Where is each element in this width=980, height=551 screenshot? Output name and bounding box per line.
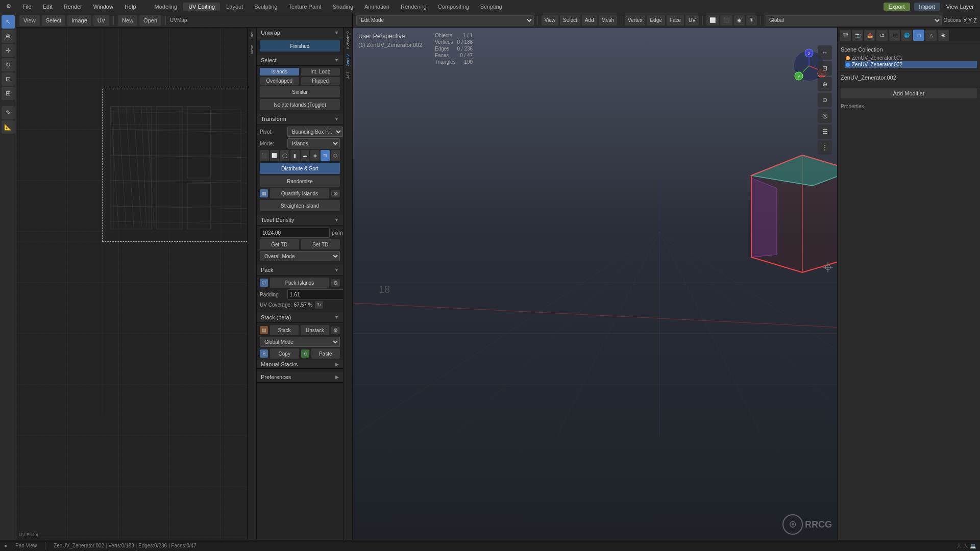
face-btn[interactable]: Face — [667, 15, 684, 26]
texel-header[interactable]: Texel Density ▼ — [257, 215, 343, 226]
annotate-tool[interactable]: ✎ — [2, 106, 15, 119]
rt-icon-3[interactable]: ⊕ — [818, 77, 832, 91]
prop-output-icon[interactable]: 📤 — [864, 30, 875, 41]
rt-icon-4[interactable]: ⊙ — [818, 93, 832, 107]
finished-btn[interactable]: Finished — [260, 40, 340, 52]
edit-mode-dropdown[interactable]: Edit Mode — [356, 15, 534, 26]
distribute-sort-btn[interactable]: Distribute & Sort — [260, 163, 340, 174]
set-td-btn[interactable]: Set TD — [301, 239, 340, 249]
menu-window[interactable]: Window — [91, 3, 115, 11]
edge-btn[interactable]: Edge — [647, 15, 665, 26]
uv-image-menu[interactable]: Image — [67, 15, 91, 26]
menu-render[interactable]: Render — [62, 3, 84, 11]
viewport-select-btn[interactable]: Select — [560, 15, 580, 26]
scale-tool[interactable]: ⊡ — [2, 72, 15, 86]
scene-item-2[interactable]: ZenUV_Zenerator.002 — [845, 61, 977, 68]
isolate-toggle-btn[interactable]: Isolate Islands (Toggle) — [260, 99, 340, 110]
tab-animation[interactable]: Animation — [359, 3, 395, 11]
tab-view-side[interactable]: View — [250, 43, 254, 56]
prop-scene2-icon[interactable]: ⬚ — [889, 30, 900, 41]
wireframe-btn[interactable]: ⬜ — [706, 15, 719, 26]
manual-stacks-header[interactable]: Manual Stacks ▶ — [257, 360, 343, 369]
uv-viewport[interactable]: UV Editor — [16, 28, 247, 540]
overall-mode-select[interactable]: Overall Mode — [260, 251, 340, 261]
unstack-btn[interactable]: Unstack — [301, 325, 329, 335]
transform-icon-6[interactable]: ◈ — [310, 150, 320, 161]
tab-uvpacker[interactable]: UVPacker2 — [346, 30, 350, 51]
prop-scene-icon[interactable]: 🎬 — [840, 30, 851, 41]
cursor-tool[interactable]: ⊕ — [2, 30, 15, 43]
tab-tool[interactable]: Tool — [250, 30, 254, 41]
prop-view-layer-icon[interactable]: 🗂 — [876, 30, 888, 41]
rt-icon-5[interactable]: ◎ — [818, 109, 832, 123]
stack-gear[interactable]: ⚙ — [331, 327, 340, 334]
vertex-btn[interactable]: Vertex — [625, 15, 645, 26]
similar-btn[interactable]: Similar — [260, 86, 340, 97]
tab-act[interactable]: ACT — [346, 70, 350, 80]
int-loop-btn[interactable]: Int. Loop — [301, 68, 340, 76]
preferences-header[interactable]: Preferences ▶ — [257, 372, 343, 383]
global-mode-select[interactable]: Global Mode — [260, 337, 340, 347]
prop-world-icon[interactable]: 🌐 — [901, 30, 912, 41]
tab-rendering[interactable]: Rendering — [396, 3, 432, 11]
overlapped-btn[interactable]: Overlapped — [260, 77, 299, 85]
rt-icon-2[interactable]: ⊡ — [818, 61, 832, 76]
select-tool[interactable]: ↖ — [2, 15, 15, 29]
tab-uv-editing[interactable]: UV Editing — [183, 3, 220, 11]
pack-header[interactable]: Pack ▼ — [257, 265, 343, 276]
prop-object-icon[interactable]: ◻ — [913, 30, 924, 41]
import-button[interactable]: Import — [914, 3, 940, 11]
select-header[interactable]: Select ▼ — [257, 55, 343, 66]
stack-btn[interactable]: Stack — [270, 325, 299, 335]
stack-header[interactable]: Stack (beta) ▼ — [257, 312, 343, 323]
randomize-btn[interactable]: Randomize — [260, 176, 340, 187]
menu-help[interactable]: Help — [122, 3, 138, 11]
get-td-btn[interactable]: Get TD — [260, 239, 299, 249]
viewport-view-btn[interactable]: View — [542, 15, 559, 26]
menu-edit[interactable]: Edit — [41, 3, 55, 11]
uv-uv-menu[interactable]: UV — [93, 15, 109, 26]
transform-icon-8[interactable]: ⬡ — [331, 150, 340, 161]
transform-icon-7[interactable]: ⊞ — [321, 150, 330, 161]
solid-btn[interactable]: ⬛ — [720, 15, 732, 26]
copy-btn[interactable]: Copy — [270, 348, 299, 359]
rt-icon-1[interactable]: ↔ — [818, 45, 832, 60]
export-button[interactable]: Export — [884, 3, 910, 11]
tab-modeling[interactable]: Modeling — [150, 3, 183, 11]
move-tool[interactable]: ✛ — [2, 44, 15, 57]
transform-header[interactable]: Transform ▼ — [257, 114, 343, 124]
menu-file[interactable]: File — [20, 3, 34, 11]
new-image-btn[interactable]: New — [118, 15, 137, 26]
quadrify-gear[interactable]: ⚙ — [331, 190, 340, 197]
blender-logo[interactable]: ⚙ — [4, 2, 13, 11]
tab-shading[interactable]: Shading — [328, 3, 358, 11]
paste-btn[interactable]: Paste — [311, 348, 340, 359]
pack-gear[interactable]: ⚙ — [331, 279, 340, 287]
scene-item-1[interactable]: ZenUV_Zenerator.001 — [845, 55, 977, 61]
mode-dropdown[interactable]: Islands — [287, 138, 340, 148]
transform-icon-3[interactable]: ◯ — [280, 150, 289, 161]
rt-icon-6[interactable]: ☰ — [818, 124, 832, 139]
rt-icon-7[interactable]: ⋮ — [818, 140, 832, 155]
measure-tool[interactable]: 📐 — [2, 120, 15, 134]
transform-tool[interactable]: ⊞ — [2, 87, 15, 100]
tab-scripting[interactable]: Scripting — [475, 3, 507, 11]
texel-input[interactable] — [260, 228, 330, 238]
pack-islands-btn[interactable]: Pack Islands — [270, 278, 329, 288]
transform-icon-1[interactable]: ⬛ — [260, 150, 269, 161]
tab-zenuv[interactable]: Zen UV — [346, 53, 350, 68]
tab-sculpting[interactable]: Sculpting — [249, 3, 282, 11]
material-btn[interactable]: ◉ — [734, 15, 745, 26]
transform-icon-5[interactable]: ▬ — [301, 150, 310, 161]
viewport-mesh-btn[interactable]: Mesh — [599, 15, 617, 26]
rotate-tool[interactable]: ↻ — [2, 58, 15, 71]
rendered-btn[interactable]: ☀ — [746, 15, 757, 26]
open-image-btn[interactable]: Open — [139, 15, 161, 26]
transform-orientation[interactable]: Global — [765, 15, 942, 26]
add-modifier-btn[interactable]: Add Modifier — [841, 88, 977, 98]
uv-btn[interactable]: UV — [685, 15, 699, 26]
transform-icon-2[interactable]: ⬜ — [270, 150, 279, 161]
viewport-3d[interactable]: User Perspective (1) ZenUV_Zenerator.002… — [353, 28, 837, 540]
tab-texture-paint[interactable]: Texture Paint — [283, 3, 326, 11]
uv-view-menu[interactable]: View — [19, 15, 40, 26]
